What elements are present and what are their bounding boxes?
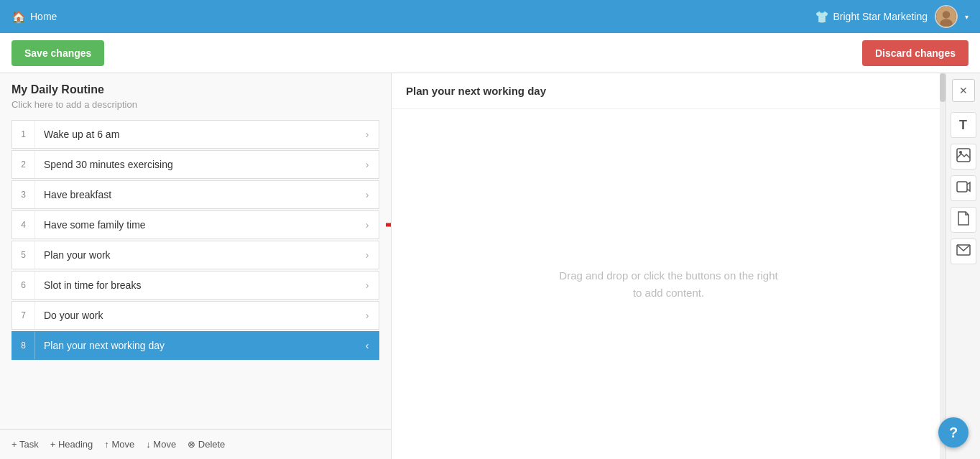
task-label: Plan your work — [35, 241, 356, 269]
move-up-button[interactable]: ↑ Move — [104, 439, 134, 450]
svg-rect-7 — [957, 182, 967, 192]
chevron-right-icon[interactable]: › — [356, 272, 379, 299]
content-body: Drag and drop or click the buttons on th… — [392, 109, 946, 459]
svg-point-1 — [943, 11, 951, 19]
table-row[interactable]: 2 Spend 30 minutes exercising › — [11, 150, 379, 179]
sidebar-title: My Daily Routine — [11, 83, 379, 96]
content-header: Plan your next working day — [392, 73, 946, 109]
nav-right: 👕 Bright Star Marketing ▾ — [815, 5, 969, 28]
toolbar: Save changes Discard changes — [0, 33, 980, 73]
task-number: 3 — [12, 181, 35, 208]
avatar[interactable] — [935, 5, 958, 28]
table-row[interactable]: 6 Slot in time for breaks › — [11, 271, 379, 300]
chevron-right-icon[interactable]: › — [356, 241, 379, 269]
video-icon — [956, 180, 971, 197]
bottom-bar: + Task + Heading ↑ Move ↓ Move ⊗ Delete — [0, 429, 391, 459]
main-layout: My Daily Routine Click here to add a des… — [0, 73, 980, 459]
top-nav: 🏠 Home 👕 Bright Star Marketing ▾ — [0, 0, 980, 33]
chat-icon: ? — [949, 425, 958, 441]
task-label: Spend 30 minutes exercising — [35, 151, 356, 178]
file-tool-button[interactable] — [951, 207, 976, 233]
task-number: 2 — [12, 151, 35, 178]
table-row[interactable]: 5 Plan your work › — [11, 241, 379, 269]
envelope-tool-button[interactable] — [951, 238, 976, 264]
sidebar-description[interactable]: Click here to add a description — [11, 99, 379, 110]
chevron-right-icon[interactable]: › — [356, 302, 379, 329]
close-icon: ✕ — [959, 85, 968, 96]
chat-bubble-button[interactable]: ? — [938, 417, 969, 448]
task-number: 5 — [12, 241, 35, 269]
task-number: 4 — [12, 211, 35, 238]
task-label: Have breakfast — [35, 181, 356, 208]
nav-home-label[interactable]: Home — [30, 11, 57, 22]
chevron-right-icon[interactable]: › — [356, 211, 379, 238]
task-number: 7 — [12, 302, 35, 329]
table-row[interactable]: 1 Wake up at 6 am › — [11, 120, 379, 149]
home-icon: 🏠 — [11, 10, 26, 24]
task-label: Slot in time for breaks — [35, 272, 356, 299]
envelope-icon — [956, 244, 971, 259]
task-label: Wake up at 6 am — [35, 121, 356, 148]
sidebar: My Daily Routine Click here to add a des… — [0, 73, 392, 459]
chevron-left-icon[interactable]: ‹ — [356, 332, 379, 359]
delete-button[interactable]: ⊗ Delete — [188, 439, 225, 450]
video-tool-button[interactable] — [951, 175, 976, 201]
table-row[interactable]: 4 Have some family time › Something a — [11, 210, 379, 239]
move-down-button[interactable]: ↓ Move — [146, 439, 176, 450]
save-button[interactable]: Save changes — [11, 40, 104, 66]
brand-name: Bright Star Marketing — [833, 11, 928, 22]
text-icon: T — [959, 118, 967, 133]
image-icon — [956, 148, 971, 165]
table-row[interactable]: 3 Have breakfast › — [11, 180, 379, 209]
content-placeholder: Drag and drop or click the buttons on th… — [559, 267, 777, 302]
task-number: 6 — [12, 272, 35, 299]
chevron-right-icon[interactable]: › — [356, 151, 379, 178]
discard-button[interactable]: Discard changes — [862, 40, 969, 66]
nav-dropdown-arrow[interactable]: ▾ — [965, 13, 969, 21]
nav-brand-label: 👕 Bright Star Marketing — [815, 10, 928, 24]
table-row[interactable]: 7 Do your work › — [11, 301, 379, 330]
task-number: 8 — [12, 332, 35, 359]
task-list: 1 Wake up at 6 am › 2 Spend 30 minutes e… — [0, 114, 391, 429]
right-panel: ✕ T — [946, 73, 980, 459]
content-area: Plan your next working day Drag and drop… — [392, 73, 946, 459]
add-heading-button[interactable]: + Heading — [50, 439, 93, 450]
active-task-input[interactable] — [35, 332, 356, 359]
text-tool-button[interactable]: T — [951, 112, 976, 138]
task-number: 1 — [12, 121, 35, 148]
red-arrow-icon — [379, 210, 391, 239]
file-icon — [957, 211, 970, 228]
chevron-right-icon[interactable]: › — [356, 121, 379, 148]
chevron-right-icon[interactable]: › — [356, 181, 379, 208]
sidebar-title-area: My Daily Routine Click here to add a des… — [0, 73, 391, 114]
close-button[interactable]: ✕ — [952, 79, 975, 102]
task-label: Have some family time — [35, 211, 356, 238]
scroll-thumb[interactable] — [940, 73, 946, 102]
content-scrollbar[interactable] — [940, 73, 946, 459]
task-label: Do your work — [35, 302, 356, 329]
add-task-button[interactable]: + Task — [11, 439, 39, 450]
table-row-active[interactable]: 8 ‹ — [11, 331, 379, 360]
image-tool-button[interactable] — [951, 144, 976, 170]
shirt-icon: 👕 — [815, 10, 829, 24]
nav-left: 🏠 Home — [11, 10, 57, 24]
